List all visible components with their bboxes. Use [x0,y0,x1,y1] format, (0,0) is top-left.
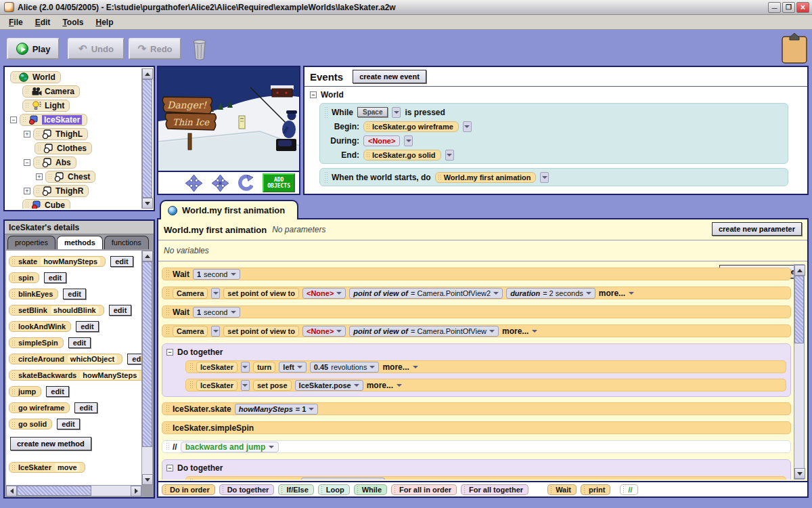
method-tile[interactable]: simpleSpin [9,337,64,348]
do-in-order-tile[interactable]: Do in order [162,484,215,495]
drag-handle[interactable] [366,152,369,158]
statement-skate-backwards[interactable]: IceSkater.skateBackwards howManySteps= 2 [185,476,786,480]
trash-icon[interactable] [191,39,208,60]
method-tile[interactable]: go wireframe [9,402,70,413]
drag-handle[interactable] [12,275,15,280]
tree-item-iceskater[interactable]: IceSkater [6,112,141,127]
duration-dropdown[interactable]: 1second [193,307,240,318]
edit-button[interactable]: edit [63,289,86,299]
tab-functions[interactable]: functions [104,236,149,249]
drag-handle[interactable] [166,442,169,451]
edit-button[interactable]: edit [127,354,141,364]
statement-set-pose[interactable]: IceSkater set pose IceSkater.pose more..… [185,379,786,391]
more-dropdown[interactable]: more... [367,381,393,390]
tree-item-camera[interactable]: Camera [6,84,141,98]
editor-scrollbar[interactable] [794,264,805,480]
duration-param-dropdown[interactable]: duration= 2 seconds [506,288,595,299]
drag-handle[interactable] [48,173,51,180]
edit-button[interactable]: edit [68,337,91,348]
world-viewport[interactable]: Danger! Thin Ice ADD OBJECTS [157,66,300,195]
play-button[interactable]: Play [7,38,60,60]
edit-button[interactable]: edit [76,321,99,332]
drag-handle[interactable] [166,326,169,335]
more-dropdown[interactable]: more... [502,326,528,336]
method-tile[interactable]: blinkEyes [9,289,58,299]
dropdown-button[interactable] [241,380,250,391]
start-action-tile[interactable]: World.my first animation [435,172,537,183]
drag-handle[interactable] [166,308,169,316]
edit-button[interactable]: edit [57,419,80,429]
do-together-tile[interactable]: Do together [219,484,275,495]
tree-scrollbar[interactable] [141,68,152,209]
camera-rotate-icon[interactable] [238,174,253,192]
for-all-together-tile[interactable]: For all together [461,484,528,495]
expander-plus-icon[interactable] [24,188,30,194]
do-together-block[interactable]: Do together IceSkater.skateBackwards how… [162,459,791,480]
loop-tile[interactable]: Loop [318,484,350,495]
tree-item-thighr[interactable]: ThighR [6,184,141,198]
dropdown-button[interactable] [211,326,220,337]
drag-handle[interactable] [12,308,15,313]
dropdown-button[interactable] [392,107,401,118]
scroll-right-button[interactable] [131,486,141,496]
target-tile[interactable]: IceSkater [196,362,238,373]
expander-minus-icon[interactable] [24,159,30,166]
statement-turn[interactable]: IceSkater turn left 0.45revolutions more… [185,360,786,373]
dropdown-button[interactable] [241,362,250,373]
drag-handle[interactable] [25,88,28,95]
dropdown-button[interactable] [445,150,454,161]
key-dropdown[interactable]: Space [357,107,388,117]
scroll-up-button[interactable] [142,251,153,261]
expander-minus-icon[interactable] [166,349,173,356]
drag-handle[interactable] [12,465,15,470]
drag-handle[interactable] [12,389,15,394]
target-tile[interactable]: IceSkater [196,380,238,391]
tree-item-thighl[interactable]: ThighL [6,127,141,141]
target-tile[interactable]: Camera [173,326,208,337]
amount-dropdown[interactable]: 0.45revolutions [310,362,380,373]
pose-dropdown[interactable]: IceSkater.pose [295,380,363,391]
edit-button[interactable]: edit [46,386,69,397]
comment-tile[interactable]: // [620,484,637,495]
method-tile[interactable]: circleAroundwhichObject [9,354,122,364]
create-new-parameter-button[interactable]: create new parameter [712,222,802,236]
drag-handle[interactable] [12,373,15,378]
edit-button[interactable]: edit [110,256,133,267]
statement-wait[interactable]: Wait 1second [162,305,791,318]
duration-dropdown[interactable]: 1second [193,269,240,280]
dropdown-button[interactable] [540,172,549,183]
minimize-button[interactable] [768,2,781,13]
scroll-down-button[interactable] [794,468,805,479]
camera-move-icon[interactable] [185,174,202,192]
do-together-block[interactable]: Do together IceSkater turn left 0.45revo… [162,343,791,397]
statement-wait[interactable]: Wait 1second [162,268,791,280]
details-hscrollbar[interactable] [6,485,141,496]
scroll-up-button[interactable] [794,265,805,276]
more-dropdown[interactable]: more... [599,289,625,298]
drag-handle[interactable] [12,421,15,427]
drag-handle[interactable] [366,123,369,130]
tree-item-world[interactable]: World [6,70,141,84]
scroll-down-button[interactable] [142,198,153,209]
tab-properties[interactable]: properties [7,236,55,249]
method-tile[interactable]: jump [9,386,41,397]
method-tile[interactable]: skateBackwardshowManySteps [9,370,141,381]
begin-value-tile[interactable]: IceSkater.go wireframe [363,121,459,132]
direction-dropdown[interactable]: left [279,362,307,373]
iceskater-move-tile[interactable]: IceSkatermove [9,462,85,473]
scroll-down-button[interactable] [142,474,153,485]
drag-handle[interactable] [12,356,15,362]
scroll-thumb[interactable] [142,79,152,198]
statement-comment[interactable]: // backwards and jump [162,440,791,453]
method-tile[interactable]: setBlinkshouldBlink [9,305,104,316]
drag-handle[interactable] [12,405,15,410]
drag-handle[interactable] [25,202,28,209]
scroll-thumb[interactable] [17,486,91,496]
expander-minus-icon[interactable] [10,117,17,123]
menu-tools[interactable]: Tools [56,16,89,28]
drag-handle[interactable] [12,324,15,329]
world-start-event[interactable]: When the world starts, do World.my first… [319,168,788,186]
create-new-method-button[interactable]: create new method [10,437,91,450]
dropdown-button[interactable] [463,121,472,132]
drag-handle[interactable] [189,381,193,389]
